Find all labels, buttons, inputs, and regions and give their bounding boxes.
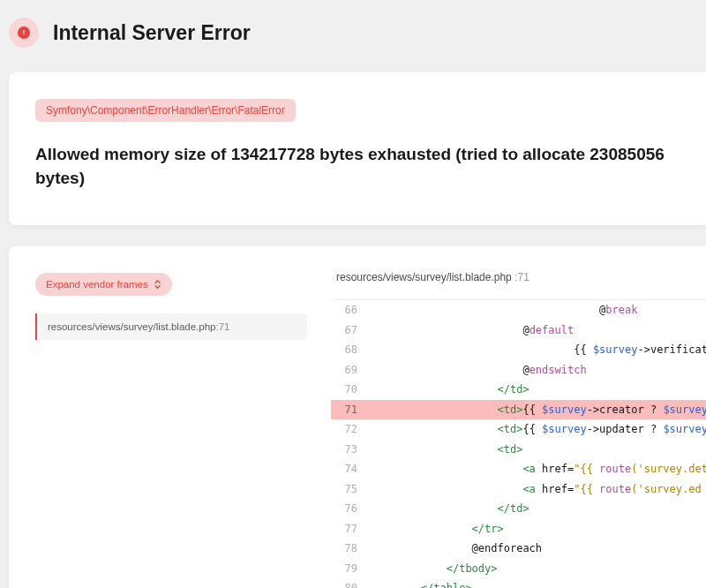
code-line: 66 @break (331, 300, 706, 320)
line-number: 79 (331, 559, 370, 579)
error-class-pill[interactable]: Symfony\Component\ErrorHandler\Error\Fat… (35, 99, 296, 122)
chevron-up-down-icon (154, 279, 161, 290)
code-text: </table> (370, 578, 706, 588)
expand-vendor-frames-button[interactable]: Expand vendor frames (35, 273, 172, 296)
line-number: 80 (331, 578, 370, 588)
code-line: 69 @endswitch (331, 360, 706, 381)
code-line: 73 <td> (331, 440, 706, 460)
code-line: 78 @endforeach (331, 539, 706, 559)
code-line: 76 </td> (331, 499, 706, 519)
code-line: 80 </table> (331, 578, 706, 588)
code-line: 72 <td>{{ $survey->updater ? $survey (331, 419, 706, 440)
code-line-highlighted: 71 <td>{{ $survey->creator ? $survey (331, 400, 706, 420)
code-text: <a href="{{ route('survey.det (370, 459, 706, 479)
code-text: @endforeach (370, 539, 706, 559)
code-block: 66 @break67 @default68 {{ $survey->verif… (331, 299, 706, 588)
code-line: 68 {{ $survey->verificat (331, 340, 706, 360)
code-line: 77 </tr> (331, 519, 706, 539)
stack-frame-line: :71 (215, 321, 229, 332)
line-number: 78 (331, 539, 370, 559)
line-number: 74 (331, 459, 370, 479)
code-text: @break (370, 300, 706, 320)
code-column: resources/views/survey/list.blade.php :7… (318, 246, 706, 588)
code-text: <td>{{ $survey->creator ? $survey (370, 400, 706, 420)
error-badge: ! (9, 18, 39, 48)
error-message: Allowed memory size of 134217728 bytes e… (35, 143, 680, 190)
code-text: <td> (370, 440, 706, 460)
code-text: <a href="{{ route('survey.ed (370, 479, 706, 500)
line-number: 76 (331, 499, 370, 519)
code-line: 75 <a href="{{ route('survey.ed (331, 479, 706, 500)
expand-vendor-frames-label: Expand vendor frames (46, 279, 148, 290)
code-line: 67 @default (331, 320, 706, 341)
frames-column: Expand vendor frames resources/views/sur… (9, 246, 318, 588)
line-number: 72 (331, 419, 370, 440)
page-header: ! Internal Server Error (0, 0, 706, 72)
line-number: 69 (331, 360, 370, 381)
page-title: Internal Server Error (53, 21, 251, 45)
code-text: </td> (370, 380, 706, 400)
code-text: </td> (370, 499, 706, 519)
line-number: 75 (331, 479, 370, 500)
line-number: 66 (331, 300, 370, 320)
line-number: 73 (331, 440, 370, 460)
code-text: @endswitch (370, 360, 706, 381)
line-number: 71 (331, 400, 370, 420)
line-number: 70 (331, 380, 370, 400)
code-text: @default (370, 320, 706, 341)
code-line: 70 </td> (331, 380, 706, 400)
stack-frame-item[interactable]: resources/views/survey/list.blade.php:71 (35, 313, 307, 340)
code-line: 74 <a href="{{ route('survey.det (331, 459, 706, 479)
code-text: </tbody> (370, 559, 706, 579)
code-line: 79 </tbody> (331, 559, 706, 579)
error-card: Symfony\Component\ErrorHandler\Error\Fat… (9, 72, 706, 225)
exclamation-icon: ! (18, 26, 30, 39)
code-text: {{ $survey->verificat (370, 340, 706, 360)
code-text: </tr> (370, 519, 706, 539)
line-number: 67 (331, 320, 370, 341)
stack-panel: Expand vendor frames resources/views/sur… (9, 246, 706, 588)
stack-frame-path: resources/views/survey/list.blade.php (48, 321, 215, 332)
line-number: 77 (331, 519, 370, 539)
code-text: <td>{{ $survey->updater ? $survey (370, 419, 706, 440)
line-number: 68 (331, 340, 370, 360)
code-path: resources/views/survey/list.blade.php :7… (331, 271, 706, 283)
